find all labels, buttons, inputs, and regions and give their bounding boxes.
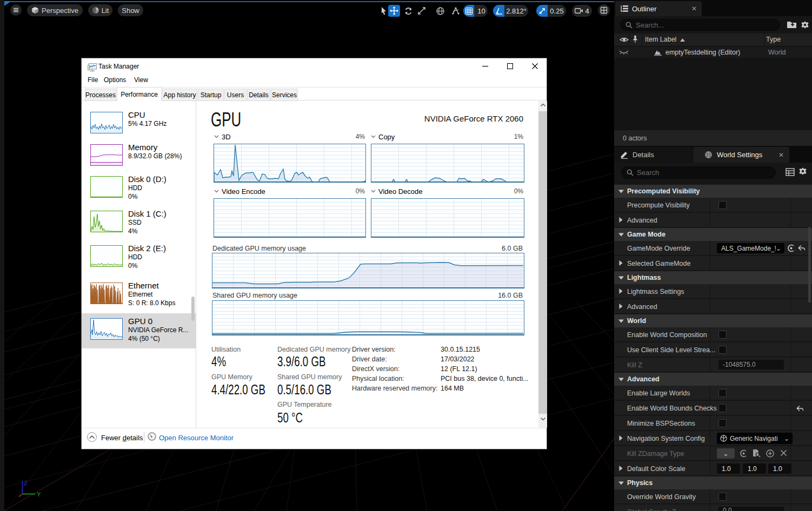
- svg-text:Z: Z: [24, 480, 28, 486]
- svg-text:Y: Y: [37, 491, 41, 497]
